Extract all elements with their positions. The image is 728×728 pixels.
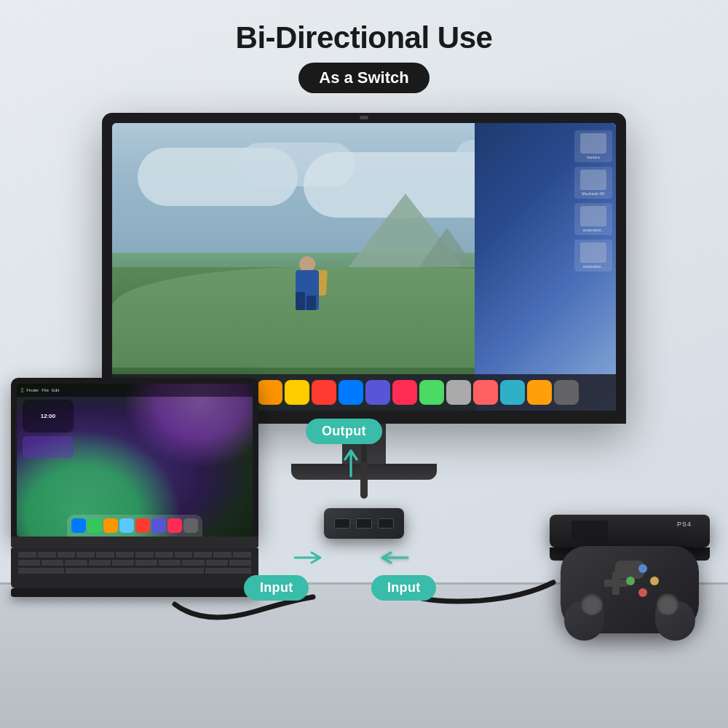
laptop-menubar-item-3: Edit: [52, 388, 59, 392]
main-title: Bi-Directional Use: [236, 20, 493, 55]
mac-icon-4: screenshot...: [574, 240, 612, 272]
key: [38, 552, 56, 558]
key: [41, 560, 63, 566]
laptop-apple-logo-icon: : [21, 387, 23, 394]
laptop-bottom: [11, 588, 258, 597]
arrow-left-input-container: [291, 550, 324, 568]
mac-icon-3: screenshot...: [574, 203, 612, 235]
laptop-dock-icon-7: [167, 518, 182, 533]
key: [96, 552, 114, 558]
console-disc-slot: [571, 521, 608, 541]
keyboard-rows: [11, 548, 258, 577]
mac-icon-1: Kamera: [574, 130, 612, 162]
mac-icon-box-3: [580, 206, 606, 226]
controller-btn-cross: [638, 588, 647, 597]
arrow-right-input-icon: [379, 550, 411, 565]
console-brand-text: PS4: [677, 521, 692, 528]
controller-face-buttons: [626, 564, 659, 597]
controller-btn-triangle: [638, 564, 647, 573]
mac-icon-label-2: Macintosh HD: [582, 191, 604, 196]
dock-icon-7: [312, 380, 336, 405]
dock-icon-12: [446, 380, 471, 405]
key: [116, 552, 134, 558]
laptop-screen:  Finder File Edit 12:00: [17, 384, 253, 537]
laptop-dock-icon-4: [119, 518, 134, 533]
controller-section: [561, 546, 706, 633]
dpad-vertical: [612, 571, 620, 595]
dock-icon-14: [500, 380, 525, 405]
dock-icon-10: [392, 380, 417, 405]
hub-port-1: [334, 518, 350, 529]
arrow-up-icon: [344, 448, 358, 478]
laptop-dock-icon-3: [103, 518, 118, 533]
keyboard-row-1: [18, 552, 251, 558]
laptop-dock-icon-5: [135, 518, 150, 533]
laptop-dock: [67, 515, 202, 537]
laptop-dock-icon-1: [71, 518, 86, 533]
header: Bi-Directional Use As a Switch: [236, 0, 493, 93]
key-space: [66, 568, 204, 574]
key: [194, 552, 212, 558]
key: [135, 560, 157, 566]
dock-icon-6: [285, 380, 309, 405]
key: [76, 552, 95, 558]
output-label-container: Output: [306, 419, 382, 444]
key: [112, 560, 134, 566]
mac-sidebar-icons: Kamera Macintosh HD screenshot...: [574, 130, 612, 272]
monitor-camera: [360, 116, 368, 119]
dock-icon-16: [554, 380, 579, 405]
dock-icon-5: [258, 380, 282, 405]
game-scene: Kamera Macintosh HD screenshot...: [112, 123, 616, 411]
console-body: PS4: [550, 515, 710, 547]
controller-dpad: [604, 571, 628, 595]
game-character: [288, 245, 328, 310]
laptop-dock-icon-2: [87, 518, 102, 533]
input-label-right-container: Input: [371, 575, 436, 601]
key: [155, 552, 173, 558]
arrow-right-input-container: [379, 550, 411, 568]
controller-right-stick: [657, 593, 678, 615]
keyboard-row-2: [18, 560, 251, 566]
laptop-dock-icon-6: [151, 518, 166, 533]
mac-icon-label-3: screenshot...: [583, 228, 604, 232]
dock-icon-9: [365, 380, 390, 405]
key: [159, 560, 181, 566]
key: [206, 560, 228, 566]
laptop-keyboard: [11, 548, 258, 588]
laptop-menubar:  Finder File Edit: [17, 384, 253, 397]
page-container: Bi-Directional Use As a Switch: [0, 0, 728, 728]
mac-icon-box-4: [580, 242, 606, 263]
dock-icon-13: [473, 380, 498, 405]
key: [18, 560, 40, 566]
controller-btn-square: [626, 577, 635, 585]
mac-icon-2: Macintosh HD: [574, 167, 612, 199]
keyboard-row-3: [18, 568, 251, 574]
laptop-widget-clock: 12:00: [23, 400, 74, 432]
laptop-wallpaper:  Finder File Edit 12:00: [17, 384, 253, 537]
char-leg-right: [306, 296, 316, 310]
input-label-left: Input: [244, 575, 309, 601]
input-label-left-container: Input: [244, 575, 309, 601]
monitor-stand-base: [291, 464, 437, 480]
key: [233, 552, 251, 558]
monitor-bezel: Kamera Macintosh HD screenshot...: [102, 113, 626, 424]
mac-icon-box-2: [580, 170, 606, 190]
key: [213, 552, 232, 558]
key: [175, 552, 193, 558]
mac-desktop-overlay: Kamera Macintosh HD screenshot...: [475, 123, 616, 411]
hub-device: [324, 508, 404, 539]
laptop-screen-outer:  Finder File Edit 12:00: [11, 378, 258, 537]
input-label-right: Input: [371, 575, 436, 601]
hub-section: [324, 508, 404, 539]
as-a-switch-badge: As a Switch: [298, 63, 429, 93]
key: [58, 552, 76, 558]
hub-port-3: [378, 518, 394, 529]
laptop-menubar-item-2: File: [41, 388, 49, 392]
laptop-base: [11, 537, 258, 548]
controller-btn-circle: [650, 577, 659, 585]
mac-icon-box-1: [580, 133, 606, 154]
laptop-menubar-item-1: Finder: [26, 388, 39, 392]
game-controller: [561, 546, 699, 633]
dock-icon-11: [419, 380, 444, 405]
char-leg-left: [296, 292, 305, 310]
